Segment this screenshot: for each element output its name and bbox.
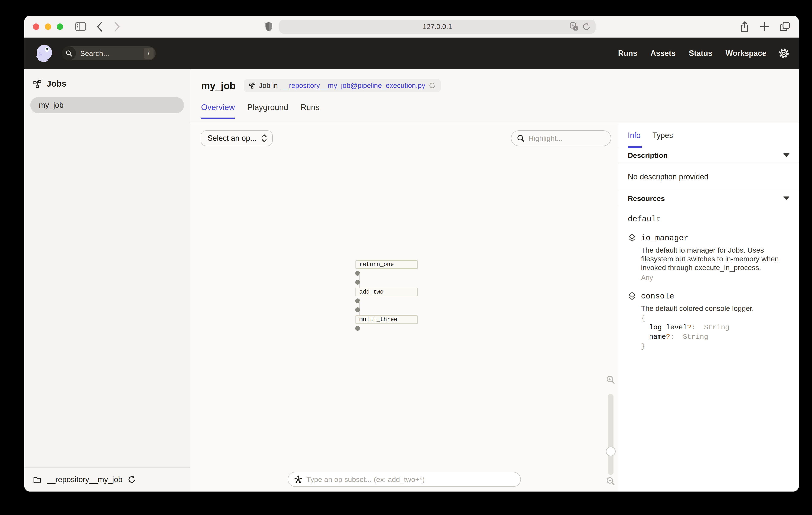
config-schema: { log_level?: String name?: String } — [641, 314, 789, 351]
schema-field-type: String — [704, 324, 729, 331]
description-body: No description provided — [618, 163, 799, 191]
reload-origin-icon[interactable] — [429, 82, 436, 89]
nav-status[interactable]: Status — [689, 49, 713, 58]
nav-workspace[interactable]: Workspace — [726, 49, 766, 58]
input-port[interactable] — [355, 280, 360, 284]
traffic-lights — [33, 24, 63, 30]
op-subset-placeholder: Type an op subset... (ex: add_two+*) — [307, 475, 425, 484]
schema-optional-marker: ? — [687, 324, 691, 331]
search-icon — [62, 46, 76, 60]
sidebar-title: Jobs — [47, 79, 66, 88]
forward-button[interactable] — [114, 22, 120, 32]
page-title: my_job — [201, 80, 236, 91]
tab-overview-icon[interactable] — [780, 22, 790, 31]
translate-icon[interactable]: Ax — [570, 22, 579, 31]
zoom-out-icon[interactable] — [606, 477, 615, 486]
job-header: my_job Job in __repository__my_job@pipel… — [191, 69, 799, 123]
op-node-return-one[interactable]: return_one — [355, 260, 418, 269]
output-port[interactable] — [355, 326, 360, 331]
jobs-sidebar: Jobs my_job __repository__my_job — [24, 69, 191, 491]
reload-repository-icon[interactable] — [127, 475, 136, 484]
app-nav: Runs Assets Status Workspace — [618, 49, 766, 58]
zoom-window-button[interactable] — [57, 24, 63, 30]
privacy-shield-icon[interactable] — [265, 22, 273, 32]
nav-runs[interactable]: Runs — [618, 49, 637, 58]
highlight-placeholder: Highlight... — [528, 134, 563, 142]
share-icon[interactable] — [740, 21, 749, 32]
resource-icon — [628, 234, 636, 243]
input-port[interactable] — [355, 307, 360, 312]
resource-name: io_manager — [641, 234, 688, 243]
graph-query-icon — [294, 475, 302, 484]
settings-gear-icon[interactable] — [779, 48, 789, 58]
schema-close-brace: } — [641, 342, 789, 351]
zoom-slider[interactable] — [608, 394, 613, 475]
search-shortcut-badge: / — [144, 48, 153, 59]
search-icon — [517, 134, 525, 142]
job-icon — [33, 79, 42, 88]
zoom-slider-thumb[interactable] — [606, 446, 616, 456]
job-origin-link[interactable]: __repository__my_job@pipeline_execution.… — [281, 81, 426, 90]
resource-io-manager: io_manager The default io manager for Jo… — [628, 234, 789, 282]
reload-icon[interactable] — [582, 22, 591, 31]
panel-tabs: Info Types — [618, 123, 799, 148]
schema-field-type: String — [683, 333, 708, 341]
schema-open-brace: { — [641, 314, 789, 323]
job-origin-tag: Job in __repository__my_job@pipeline_exe… — [244, 79, 441, 92]
resources-section-header[interactable]: Resources — [618, 191, 799, 206]
sidebar-toggle-icon[interactable] — [75, 22, 86, 31]
resource-type: Any — [641, 274, 789, 282]
new-tab-icon[interactable] — [760, 22, 770, 31]
browser-window: 127.0.0.1 Ax — [24, 16, 799, 491]
url-text: 127.0.0.1 — [423, 23, 452, 31]
zoom-in-icon[interactable] — [606, 375, 615, 385]
op-selector-label: Select an op... — [207, 134, 257, 143]
minimize-window-button[interactable] — [45, 24, 51, 30]
schema-separator: : — [691, 324, 704, 331]
op-node-add-two[interactable]: add_two — [355, 288, 418, 296]
global-search-input[interactable]: Search... / — [62, 46, 156, 60]
job-icon — [249, 82, 256, 89]
highlight-search-input[interactable]: Highlight... — [511, 130, 611, 146]
op-node-label: return_one — [359, 261, 394, 268]
job-item-label: my_job — [39, 101, 63, 110]
info-panel: Info Types Description No description pr… — [618, 123, 799, 491]
resource-icon — [628, 292, 636, 301]
op-node-multi-three[interactable]: multi_three — [355, 315, 418, 324]
repository-footer[interactable]: __repository__my_job — [24, 467, 190, 491]
schema-field-name: log_level — [649, 324, 687, 331]
close-window-button[interactable] — [33, 24, 39, 30]
resource-description: The default io manager for Jobs. Uses fi… — [641, 246, 788, 272]
section-title: Resources — [628, 194, 665, 203]
op-node-label: add_two — [359, 289, 383, 295]
op-subset-input[interactable]: Type an op subset... (ex: add_two+*) — [288, 472, 521, 487]
search-placeholder: Search... — [80, 49, 144, 58]
schema-separator: : — [670, 333, 683, 341]
tab-playground[interactable]: Playground — [247, 103, 288, 119]
nav-assets[interactable]: Assets — [650, 49, 675, 58]
resource-description: The default colored console logger. — [641, 304, 788, 313]
tab-runs[interactable]: Runs — [301, 103, 320, 119]
op-node-label: multi_three — [359, 316, 397, 323]
schema-field-name: name — [649, 333, 666, 341]
address-bar[interactable]: 127.0.0.1 Ax — [279, 20, 596, 34]
repository-name: __repository__my_job — [47, 475, 122, 484]
tab-types[interactable]: Types — [652, 123, 673, 147]
sidebar-item-my-job[interactable]: my_job — [30, 97, 184, 113]
dagster-logo[interactable] — [34, 44, 54, 63]
folder-icon — [33, 475, 42, 484]
resource-console: console The default colored console logg… — [628, 292, 789, 351]
chevron-updown-icon — [261, 134, 267, 143]
tab-info[interactable]: Info — [628, 123, 641, 147]
tab-overview[interactable]: Overview — [201, 103, 235, 119]
op-graph-canvas[interactable]: Select an op... Highlight... return_o — [191, 123, 618, 491]
description-section-header[interactable]: Description — [618, 148, 799, 163]
section-title: Description — [628, 151, 668, 160]
op-selector-dropdown[interactable]: Select an op... — [201, 130, 273, 146]
resource-name: console — [641, 292, 674, 301]
chevron-down-icon — [783, 196, 789, 200]
job-tabs: Overview Playground Runs — [201, 103, 799, 119]
zoom-control — [605, 375, 617, 486]
resource-group-default: default — [628, 215, 789, 223]
back-button[interactable] — [96, 22, 103, 32]
